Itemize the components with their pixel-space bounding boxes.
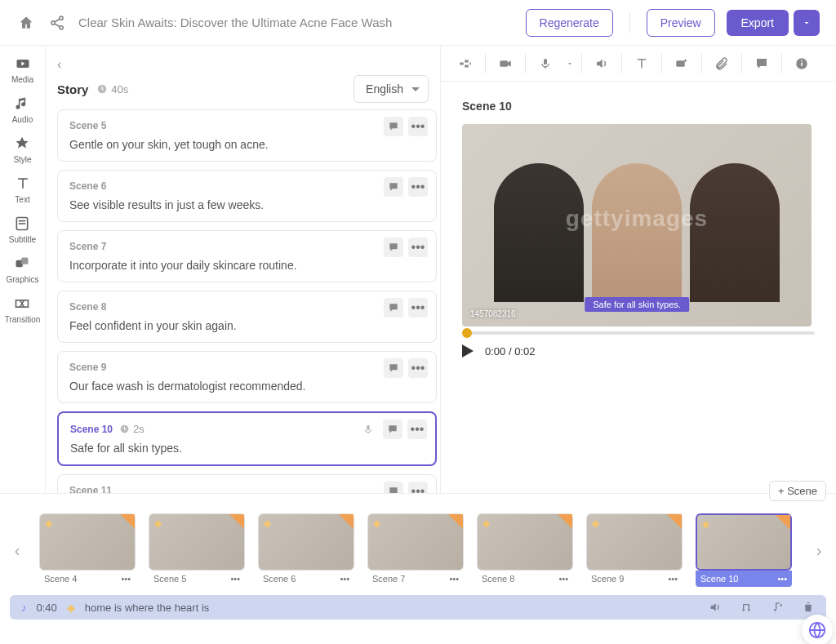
thumbs-prev-icon[interactable]: ‹ [10,541,24,560]
svg-rect-15 [465,60,469,62]
nav-subtitle[interactable]: Subtitle [9,215,36,244]
corner-badge [339,514,354,529]
svg-point-26 [774,609,776,611]
comment-icon[interactable] [745,46,778,82]
attachment-icon[interactable] [705,46,738,82]
export-button[interactable]: Export [727,10,789,36]
audio-add-icon[interactable] [771,601,784,614]
thumb-menu-icon[interactable]: ••• [121,574,131,584]
nav-audio[interactable]: Audio [12,95,33,124]
scene-label: Scene 7 [69,241,106,252]
thumb-menu-icon[interactable]: ••• [668,574,678,584]
scene-comment-icon[interactable] [384,482,403,493]
asset-id: 1457082316 [470,309,516,318]
scene-comment-icon[interactable] [384,238,403,257]
audio-track-name: home is where the heart is [85,602,209,614]
scene-card[interactable]: Scene 9Our face wash is dermatologist re… [57,351,437,403]
back-icon[interactable]: ‹ [57,57,440,72]
scene-comment-icon[interactable] [383,420,402,439]
audio-track-bar[interactable]: ♪ 0:40 ◆ home is where the heart is [10,595,826,620]
scene-label: Scene 10 [70,424,113,435]
video-caption: Safe for all skin types. [585,297,689,312]
layout-icon[interactable] [449,46,482,82]
thumb-menu-icon[interactable]: ••• [230,574,240,584]
story-panel: ‹ Story 40s English Scene 5Gentle on you… [46,46,441,493]
scene-comment-icon[interactable] [384,177,403,197]
thumb-menu-icon[interactable]: ••• [340,574,349,584]
thumb-menu-icon[interactable]: ••• [449,574,459,584]
thumbnail[interactable]: ◆Scene 10••• [696,513,792,587]
mic-icon[interactable] [529,46,562,82]
scene-label: Scene 5 [69,120,106,131]
nav-transition[interactable]: Transition [5,295,41,324]
volume-icon[interactable] [585,46,618,82]
preview-button[interactable]: Preview [647,9,715,37]
help-fab-icon[interactable] [802,615,833,644]
play-icon[interactable] [462,344,474,358]
scene-comment-icon[interactable] [384,298,403,318]
scene-menu-icon[interactable]: ••• [408,117,428,136]
camera-icon[interactable] [489,46,522,82]
thumb-label: Scene 8 [482,574,514,584]
progress-handle[interactable] [462,328,472,338]
audio-split-icon[interactable] [740,601,753,614]
svg-rect-20 [676,60,685,67]
corner-badge [558,514,572,529]
scene-card[interactable]: Scene 5Gentle on your skin, yet tough on… [57,109,437,162]
thumbnail[interactable]: ◆Scene 7••• [367,513,464,587]
scene-menu-icon[interactable]: ••• [408,177,428,197]
svg-rect-19 [544,59,547,64]
regenerate-button[interactable]: Regenerate [526,9,613,37]
audio-volume-icon[interactable] [709,601,722,614]
svg-rect-14 [460,62,464,64]
scene-card[interactable]: Scene 8Feel confident in your skin again… [57,291,437,343]
thumbnail[interactable]: ◆Scene 4••• [39,513,136,587]
delete-icon[interactable] [802,601,815,614]
nav-text[interactable]: Text [15,175,31,204]
top-bar: Clear Skin Awaits: Discover the Ultimate… [0,0,836,46]
scene-menu-icon[interactable]: ••• [408,298,428,318]
nav-style[interactable]: Style [13,135,31,164]
nav-media[interactable]: Media [11,56,33,84]
share-icon[interactable] [47,13,67,33]
add-scene-button[interactable]: + Scene [769,481,826,501]
scene-comment-icon[interactable] [384,358,403,378]
language-select[interactable]: English [354,75,429,103]
scene-card[interactable]: Scene 11Join thousands who have transfor… [57,474,437,493]
scene-menu-icon[interactable]: ••• [408,482,428,493]
text-tool-icon[interactable] [625,46,658,82]
scene-text: Our face wash is dermatologist recommend… [69,380,425,393]
home-icon[interactable] [16,13,36,33]
export-dropdown-button[interactable] [794,10,820,36]
scene-text: Safe for all skin types. [70,442,424,455]
playback-time: 0:00 / 0:02 [485,345,535,358]
nav-graphics[interactable]: Graphics [6,255,38,284]
scene-card[interactable]: Scene 102sSafe for all skin types.••• [57,411,437,466]
mic-dropdown-icon[interactable] [562,46,578,82]
thumbs-next-icon[interactable]: › [812,541,826,560]
corner-badge [667,514,682,529]
svg-point-25 [748,609,750,611]
scene-mic-icon[interactable] [358,420,378,439]
scene-card[interactable]: Scene 6See visible results in just a few… [57,170,437,222]
video-preview[interactable]: gettyimages 1457082316 Safe for all skin… [462,124,812,326]
gem-icon: ◆ [154,517,162,529]
thumbnail[interactable]: ◆Scene 8••• [477,513,573,587]
scene-card[interactable]: Scene 7Incorporate it into your daily sk… [57,230,437,282]
scene-comment-icon[interactable] [384,117,403,136]
story-title: Story [57,82,88,96]
scene-menu-icon[interactable]: ••• [408,358,428,378]
scene-text: Feel confident in your skin again. [69,319,425,332]
thumb-menu-icon[interactable]: ••• [558,574,568,584]
svg-rect-23 [801,60,803,61]
thumb-menu-icon[interactable]: ••• [777,574,787,584]
thumbnail[interactable]: ◆Scene 9••• [586,513,683,587]
thumbnail[interactable]: ◆Scene 6••• [258,513,354,587]
corner-badge [120,514,135,529]
scene-menu-icon[interactable]: ••• [408,238,428,257]
scene-menu-icon[interactable]: ••• [407,420,427,439]
info-icon[interactable] [785,46,818,82]
thumbnail[interactable]: ◆Scene 5••• [149,513,245,587]
progress-bar[interactable] [462,331,815,335]
sparkle-icon[interactable] [665,46,698,82]
